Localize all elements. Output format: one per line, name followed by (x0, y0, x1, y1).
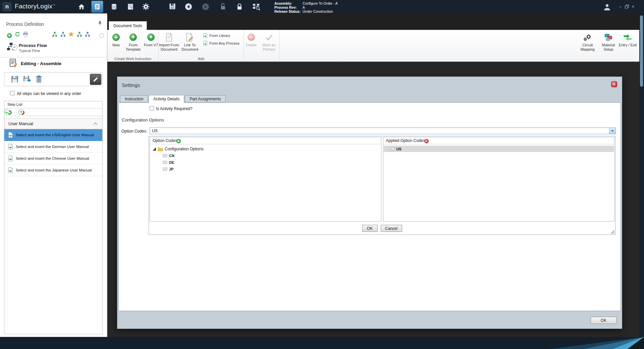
from-v7-button[interactable]: From V7 (144, 30, 158, 47)
document-pencil-icon (186, 33, 194, 42)
option-code-icon (163, 154, 167, 158)
add-icon[interactable] (7, 33, 12, 38)
material-setup-button[interactable]: Material Setup (598, 30, 619, 52)
report-icon[interactable] (127, 3, 134, 10)
move-down-icon[interactable] (18, 109, 23, 114)
export-flow-icon[interactable] (85, 32, 90, 38)
any-order-checkbox[interactable] (10, 91, 14, 95)
link-to-document-button[interactable]: Link To Document (179, 30, 200, 52)
tab-part-assignments[interactable]: Part Assignments (185, 95, 225, 102)
collapse-group-icon[interactable] (94, 122, 97, 126)
process-definition-nav-icon[interactable] (91, 1, 103, 13)
refresh-icon[interactable] (15, 32, 20, 38)
ok-button[interactable]: OK (362, 225, 378, 232)
save-step-icon[interactable] (11, 76, 18, 84)
chevron-down-icon[interactable] (609, 128, 615, 134)
unlock-icon[interactable] (220, 3, 226, 10)
print-icon[interactable] (23, 32, 28, 38)
process-search-icon[interactable] (252, 3, 260, 11)
home-icon[interactable] (78, 3, 85, 10)
step-item[interactable]: Select and insert the Chinese User Manua… (4, 153, 102, 164)
step-item[interactable]: Select and insert the Japanese User Manu… (4, 164, 102, 176)
tab-document-tools[interactable]: Document Tools (109, 21, 147, 30)
remove-option-code-icon[interactable] (424, 139, 429, 143)
configuration-options-title: Configuration Options (122, 117, 164, 122)
cancel-button[interactable]: Cancel (381, 225, 402, 232)
tree-item-jp[interactable]: JP (163, 166, 173, 172)
option-codes-value: US (152, 129, 158, 133)
settings-gear-icon[interactable] (142, 3, 150, 10)
dialog-close-button[interactable]: × (611, 81, 617, 87)
add-option-code-icon[interactable] (176, 139, 181, 143)
step-item[interactable]: Select and insert the German User Manual (4, 141, 102, 153)
import-from-document-button[interactable]: Import From Document (159, 30, 179, 52)
step-list-panel: Step List User Manual Select and insert … (4, 101, 103, 334)
check-icon (265, 33, 273, 41)
tree-item-de[interactable]: DE (163, 159, 174, 166)
circuit-mapping-label: Circuit Mapping (577, 43, 598, 52)
from-template-button[interactable]: From Template (123, 30, 144, 52)
copy-flow-icon[interactable] (52, 32, 57, 38)
tree-root-configuration-options[interactable]: Configuration Options (153, 146, 204, 152)
restore-button[interactable] (624, 4, 629, 9)
tree-item-label: DE (169, 160, 174, 164)
mark-as-primary-label: Mark as Primary (259, 43, 279, 52)
step-item[interactable]: Select and insert the US/English User Ma… (4, 129, 102, 141)
process-flow-title: Process Flow (19, 43, 47, 48)
titlebar: n FactoryLogix™ Assembly:Configure To Or… (0, 0, 644, 13)
tab-instruction[interactable]: Instruction (120, 95, 148, 102)
tree-item-cn[interactable]: CN (163, 152, 174, 159)
applied-option-codes-panel: Applied Option Codes US (383, 137, 615, 221)
user-icon[interactable] (603, 3, 611, 11)
work-instruction-icon (8, 155, 13, 161)
edit-step-button[interactable] (90, 74, 101, 85)
new-label: New (112, 43, 120, 47)
dialog-ok-button[interactable]: OK (591, 317, 616, 324)
ribbon-group-right: Circuit Mapping Material Setup Entry / E… (577, 30, 639, 61)
close-button[interactable]: × (631, 4, 636, 9)
from-v7-label: From V7 (144, 43, 158, 47)
back-icon[interactable] (185, 3, 192, 10)
entry-exit-button[interactable]: Entry / Exit (619, 30, 637, 47)
ribbon-group-create-work-instruction: New From Template From V7 Create Work In… (107, 30, 159, 61)
process-flow-subtitle: Typical Flow (19, 49, 40, 53)
circuit-mapping-button[interactable]: Circuit Mapping (577, 30, 598, 52)
available-panel-title: Option Codes (153, 138, 177, 143)
page-arrow-icon (203, 33, 208, 38)
tab-activity-details[interactable]: Activity Details (149, 95, 184, 103)
pin-icon[interactable] (98, 21, 102, 27)
step-group-header[interactable]: User Manual (4, 118, 102, 129)
logo-letter: n (5, 3, 9, 10)
paste-flow-icon[interactable] (60, 32, 66, 38)
ribbon-tabstrip: Document Tools (107, 13, 639, 30)
import-flow-icon[interactable] (77, 32, 82, 38)
option-codes-combobox[interactable]: US (150, 128, 616, 134)
lock-icon[interactable] (236, 3, 243, 10)
document-icon (165, 33, 173, 42)
move-up-icon[interactable] (4, 109, 9, 114)
resize-grip[interactable] (611, 230, 614, 234)
from-library-button[interactable]: From Library (203, 33, 239, 38)
dialog-title: Settings (122, 82, 140, 88)
delete-step-icon[interactable] (36, 75, 43, 84)
app-logo: n (3, 2, 11, 11)
option-codes-editor: Option Codes Configuration Options (149, 136, 615, 235)
new-button[interactable]: New (109, 30, 123, 47)
delete-label: Delete (246, 43, 257, 47)
sidebar-title: Process Definition (6, 21, 44, 27)
is-activity-required-checkbox[interactable] (150, 106, 154, 110)
scrollbar-thumb[interactable] (640, 15, 643, 87)
save-icon[interactable] (169, 3, 176, 10)
tree-expander-icon[interactable] (153, 147, 156, 151)
release-status-label: Release Status: (274, 9, 303, 13)
folder-icon (158, 147, 163, 151)
database-icon[interactable] (111, 3, 117, 10)
export-step-icon[interactable] (23, 76, 31, 84)
minimize-button[interactable]: – (618, 4, 623, 9)
collapse-process-flow-icon[interactable] (11, 44, 17, 50)
forward-icon[interactable] (202, 3, 209, 10)
applied-item-us[interactable]: US (384, 146, 614, 152)
from-any-process-button[interactable]: From Any Process (203, 41, 239, 46)
minus-icon (248, 34, 255, 41)
wizard-icon[interactable] (68, 32, 74, 38)
